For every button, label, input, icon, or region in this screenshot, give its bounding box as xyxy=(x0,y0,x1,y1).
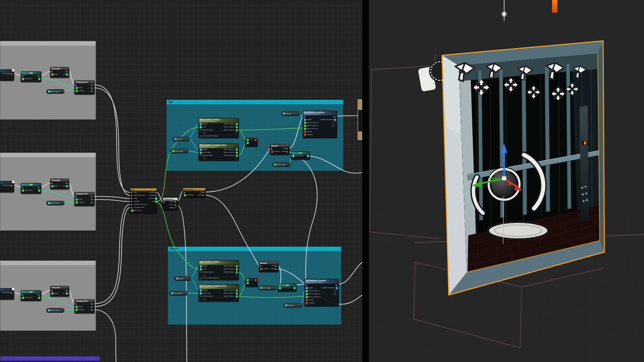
node-branch-up[interactable]: Branch True ConditionFalse xyxy=(270,144,289,155)
pin-row[interactable]: Direction xyxy=(148,197,158,200)
pin-row[interactable] xyxy=(246,282,257,285)
variable-spline-down[interactable]: Spline xyxy=(174,276,191,281)
pin-row[interactable]: InputInt xyxy=(51,292,69,295)
gizmo-center-handle[interactable] xyxy=(502,176,506,180)
pin-row[interactable]: Completed xyxy=(0,184,14,187)
pin-row[interactable]: New Location X0.0 xyxy=(303,121,337,124)
pin-row[interactable] xyxy=(246,141,257,144)
pin-row[interactable]: Reverse xyxy=(130,200,148,203)
pin-row[interactable]: Compare With< xyxy=(75,201,94,204)
coordinate-space-dropdown[interactable]: Local▾ xyxy=(202,274,237,277)
coordinate-space-dropdown[interactable]: Local▾ xyxy=(202,157,237,160)
pin-row[interactable]: Compare With< xyxy=(75,89,94,93)
variable-float-level-down[interactable]: Float Level xyxy=(169,291,187,296)
pin-row[interactable]: Point IndexReturn Value Y xyxy=(199,151,238,154)
value-box[interactable] xyxy=(33,297,38,299)
node-set-float-level-1[interactable]: SET Float Level xyxy=(21,71,41,82)
pin-row[interactable]: TargetReturn Value X xyxy=(199,289,238,292)
pin-row[interactable]: Float Level xyxy=(21,189,41,192)
variable-which-floor-1[interactable]: Which Floor xyxy=(46,89,64,94)
pin-row[interactable]: ConditionFalse xyxy=(270,150,289,153)
pin-row[interactable]: Input= xyxy=(75,305,94,308)
pin-row[interactable]: Then 1 xyxy=(163,203,178,206)
variable-float-level-up[interactable]: Float Level xyxy=(170,149,189,154)
variable-spline-up[interactable]: Spline xyxy=(173,137,190,141)
node-truncate-1[interactable]: Truncate InputInt xyxy=(50,67,69,78)
pin-row[interactable]: ConditionFalse xyxy=(259,267,278,270)
node-get-location-at-spline-point-down[interactable]: Get Location at Spline PointTarget is Sp… xyxy=(199,284,239,302)
node-move-lift-function[interactable]: Move Lift Up SelectionDown xyxy=(183,188,206,198)
pin-row[interactable]: Which Floor xyxy=(278,287,296,290)
value-box[interactable]: 0.0 xyxy=(333,290,338,292)
pane-splitter[interactable] xyxy=(362,0,369,362)
pin-row[interactable]: Teleport xyxy=(305,302,338,305)
pin-row[interactable]: Completed xyxy=(0,291,14,294)
pin-row[interactable] xyxy=(303,115,337,118)
pin-row[interactable]: InputInt xyxy=(51,73,69,76)
pin-row[interactable]: TargetReturn Value X xyxy=(199,123,238,126)
coordinate-space-dropdown[interactable]: Local▾ xyxy=(202,298,237,301)
pin-row[interactable]: Float Level xyxy=(21,77,41,80)
pin-row[interactable]: Up xyxy=(183,191,205,194)
variable-float-level-down2[interactable]: Float Level xyxy=(258,286,276,290)
pin-row[interactable]: TimeReturn Value Y xyxy=(199,126,238,129)
viewport-3d-pane[interactable] xyxy=(369,0,644,362)
node-compare-int-2[interactable]: Compare Int > Input= Compare With< xyxy=(74,192,95,206)
pin-row[interactable]: Compare With< xyxy=(75,308,94,311)
pin-row[interactable]: Float Level xyxy=(21,296,41,299)
pin-row[interactable] xyxy=(21,186,41,189)
pin-row[interactable]: Point IndexReturn Value Y xyxy=(199,292,238,295)
node-set-float-level-3[interactable]: SET Float Level xyxy=(21,290,41,301)
pin-row[interactable] xyxy=(51,182,69,185)
node-get-location-at-time-up[interactable]: Get Location at TimeTarget is Spline Com… xyxy=(199,118,239,138)
variable-float-level-up2[interactable]: Float Level xyxy=(272,162,290,167)
pin-row[interactable]: True xyxy=(259,264,278,267)
variable-which-floor-3[interactable]: Which Floor xyxy=(46,308,64,313)
pin-row[interactable]: Sweep xyxy=(305,299,338,302)
partial-node-edge[interactable] xyxy=(358,110,362,131)
pin-row[interactable]: Finished xyxy=(148,194,158,197)
pin-row[interactable]: > xyxy=(75,302,94,305)
comment-box-purple[interactable] xyxy=(0,356,100,362)
platform-sprite[interactable] xyxy=(488,222,548,239)
pin-row[interactable]: New Location Z xyxy=(303,127,337,130)
pin-row[interactable]: New Location Y0.0 xyxy=(303,124,337,127)
node-set-which-floor-up[interactable]: SET Which Floor xyxy=(291,152,310,160)
pin-row[interactable]: TargetSweep Hit Result xyxy=(303,118,337,121)
pin-row[interactable]: TimeReturn Value Y xyxy=(199,268,238,271)
node-latent-event-2[interactable]: Completed xyxy=(0,181,14,192)
node-timeline-lift[interactable]: Lift Play Play from Start Stop Reverse R… xyxy=(130,188,157,214)
node-nearly-equal-up[interactable]: ≈ xyxy=(246,138,258,147)
node-latent-event-3[interactable]: Completed xyxy=(0,288,14,300)
pin-row[interactable]: Play xyxy=(130,191,148,194)
pin-row[interactable]: Coordinate SpaceReturn Value Z xyxy=(199,129,238,132)
checkbox[interactable] xyxy=(200,135,202,137)
pin-row[interactable]: TargetReturn Value X xyxy=(199,148,238,151)
pin-row[interactable]: ≈ xyxy=(246,279,257,282)
node-latent-event-1[interactable]: Completed xyxy=(0,69,14,81)
value-box[interactable]: 0.0 xyxy=(333,293,338,295)
pin-row[interactable]: Reverse from End xyxy=(130,203,148,206)
pin-row[interactable]: New Location Z xyxy=(305,296,338,299)
pin-row[interactable]: InputInt xyxy=(51,185,69,188)
node-set-which-floor-down[interactable]: SET Which Floor xyxy=(278,284,297,292)
checkbox[interactable] xyxy=(200,278,202,280)
pin-row[interactable]: > xyxy=(75,83,94,86)
pin-row[interactable]: Coordinate SpaceReturn Value Z xyxy=(199,154,238,157)
pin-row[interactable]: Teleport xyxy=(303,133,337,136)
pin-row[interactable] xyxy=(51,70,69,73)
node-get-location-at-time-down[interactable]: Get Location at TimeTarget is Spline Com… xyxy=(199,260,239,280)
pin-row[interactable]: Play from Start xyxy=(130,194,148,197)
pin-row[interactable]: Then 0 xyxy=(163,200,178,203)
pin-row[interactable]: Which Floor xyxy=(291,155,310,158)
elevator-control-panel[interactable] xyxy=(580,105,589,222)
value-box[interactable]: 0.0 xyxy=(331,125,336,127)
node-branch-down[interactable]: Branch True ConditionFalse xyxy=(259,261,278,272)
pin-row[interactable]: Use Constant Velocity xyxy=(199,277,238,280)
comment-box-floor3[interactable] xyxy=(0,260,96,331)
pin-row[interactable] xyxy=(305,284,338,287)
pin-row[interactable] xyxy=(21,293,41,296)
variable-elevator-up[interactable]: Elevator xyxy=(281,111,300,116)
pin-row[interactable]: True xyxy=(270,147,289,150)
pin-row[interactable]: Set New Time xyxy=(130,206,148,209)
